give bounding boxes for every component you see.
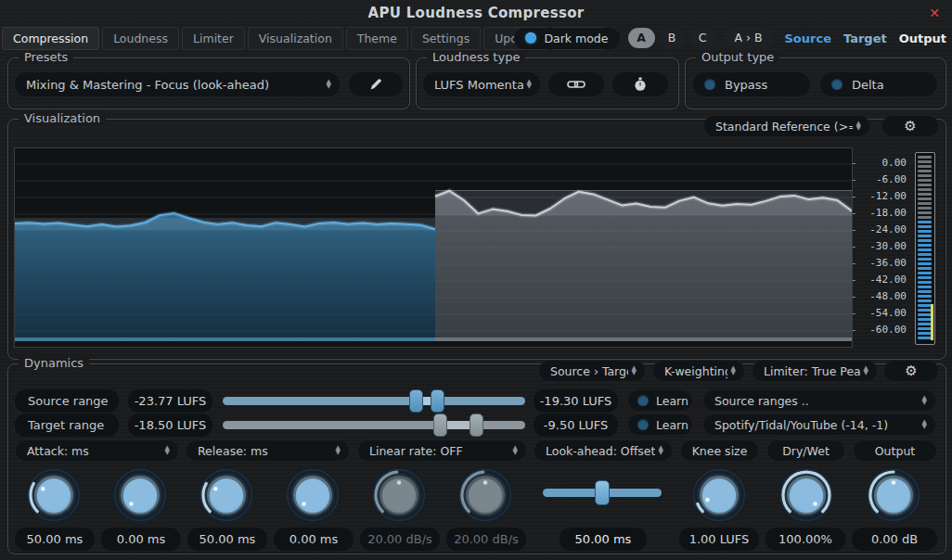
preset-select[interactable]: Mixing & Mastering - Focus (look-ahead) … (14, 71, 341, 97)
knob-value-0[interactable]: 50.00 ms (15, 528, 95, 551)
monitor-target[interactable]: Target (843, 32, 887, 45)
stepper-icon[interactable]: ▲▼ (509, 446, 526, 455)
learn-radio-icon[interactable] (637, 419, 649, 430)
loudness-graph-svg (15, 148, 852, 347)
source-learn-button[interactable]: Learn (627, 389, 693, 412)
knob-5[interactable] (457, 466, 514, 524)
stepper-down-icon[interactable]: ▼ (527, 84, 532, 89)
loudness-type-select[interactable]: LUFS Momentary ▲▼ (422, 71, 541, 97)
stepper-down-icon[interactable]: ▼ (731, 371, 736, 375)
plugin-window: APU Loudness Compressor ✕ CompressionLou… (0, 0, 952, 560)
knob-value-8[interactable]: 0.00 dB (852, 528, 937, 551)
stepper-icon[interactable]: ▲▼ (523, 80, 540, 89)
param-attack-ms[interactable]: Attack: ms▲▼ (15, 439, 179, 462)
knob-0[interactable] (25, 466, 83, 524)
source-ranges-select[interactable]: Source ranges .. ▲▼ (702, 389, 936, 412)
stepper-down-icon[interactable]: ▼ (922, 401, 927, 405)
delta-toggle[interactable]: Delta (819, 71, 938, 97)
param-dry-wet[interactable]: Dry/Wet (766, 439, 845, 462)
stepper-icon[interactable]: ▲▼ (655, 446, 672, 455)
knob-3[interactable] (284, 466, 341, 524)
tab-limiter[interactable]: Limiter (182, 27, 245, 50)
stepper-icon[interactable]: ▲▼ (919, 396, 935, 405)
stepper-icon[interactable]: ▲▼ (323, 80, 340, 89)
weighting-select[interactable]: K-weighting ▲▼ (652, 360, 745, 382)
stepper-down-icon[interactable]: ▼ (632, 371, 637, 375)
target-range-value[interactable]: -18.50 LUFS (128, 414, 212, 437)
knob-value-2[interactable]: 50.00 ms (187, 528, 267, 551)
tab-loudness[interactable]: Loudness (102, 27, 179, 50)
stepper-down-icon[interactable]: ▼ (327, 84, 331, 89)
knob-4[interactable] (370, 466, 428, 524)
tab-visualization[interactable]: Visualization (248, 27, 343, 50)
param-linear-rate-off[interactable]: Linear rate: OFF▲▼ (357, 439, 527, 462)
edit-preset-button[interactable] (348, 71, 404, 97)
slider-handle-2[interactable] (470, 414, 483, 437)
stepper-icon[interactable]: ▲▼ (332, 446, 349, 455)
lookahead-value[interactable]: 50.00 ms (560, 528, 647, 551)
knob-7[interactable] (778, 466, 835, 524)
knob-6[interactable] (690, 466, 748, 524)
dynamics-settings-button[interactable]: ⚙ (883, 360, 939, 382)
bypass-toggle[interactable]: Bypass (692, 71, 811, 97)
stepper-down-icon[interactable]: ▼ (864, 371, 868, 375)
source-range-slider[interactable] (223, 397, 525, 405)
knob-value-5[interactable]: 20.00 dB/s (446, 528, 526, 551)
knob-value-3[interactable]: 0.00 ms (274, 528, 354, 551)
tab-compression[interactable]: Compression (2, 27, 99, 50)
copy-a-to-b-button[interactable]: A › B (725, 28, 773, 48)
knob-8[interactable] (865, 466, 922, 524)
knob-2[interactable] (198, 466, 255, 524)
lookahead-handle[interactable] (595, 480, 610, 505)
stepper-icon[interactable]: ▲▼ (161, 446, 178, 455)
stepper-icon[interactable]: ▲▼ (919, 420, 935, 429)
tab-settings[interactable]: Settings (411, 27, 481, 50)
stepper-icon[interactable]: ▲▼ (853, 121, 869, 131)
stepper-icon[interactable]: ▲▼ (860, 366, 877, 375)
param-output[interactable]: Output (853, 439, 937, 462)
dark-mode-toggle[interactable]: Dark mode (514, 28, 619, 49)
slider-handle-1[interactable] (433, 414, 447, 437)
compress-mode-select[interactable]: Source › Target ▲▼ (538, 360, 646, 382)
knob-value-7[interactable]: 100.00% (765, 528, 845, 551)
knob-value-1[interactable]: 0.00 ms (101, 528, 181, 551)
monitor-output[interactable]: Output (899, 32, 946, 45)
dark-mode-radio-icon[interactable] (525, 32, 536, 44)
knob-1[interactable] (111, 466, 169, 524)
visualization-settings-button[interactable]: ⚙ (881, 115, 939, 137)
limiter-select[interactable]: Limiter: True Peak ▲▼ (752, 360, 878, 382)
reference-select[interactable]: Standard Reference (>= -60) ▲▼ (703, 115, 870, 137)
snapshot-c-button[interactable]: C (689, 28, 716, 48)
target-range-slider[interactable] (223, 421, 525, 429)
streaming-preset-select[interactable]: Spotify/Tidal/YouTube (-14, -1) ▲▼ (702, 414, 936, 436)
stepper-down-icon[interactable]: ▼ (922, 425, 927, 429)
knob-value-6[interactable]: 1.00 LUFS (679, 528, 759, 551)
bypass-radio-icon[interactable] (704, 79, 715, 90)
stepper-down-icon[interactable]: ▼ (856, 126, 861, 131)
timer-button[interactable] (611, 71, 669, 97)
slider-handle-1[interactable] (409, 389, 423, 413)
close-icon[interactable]: ✕ (926, 5, 943, 21)
param-look-ahead-offset[interactable]: Look-ahead: Offset▲▼ (534, 439, 673, 462)
target-learn-button[interactable]: Learn (627, 414, 693, 436)
learn-radio-icon[interactable] (637, 395, 649, 406)
param-release-ms[interactable]: Release: ms▲▼ (186, 439, 350, 462)
source-range-value[interactable]: -23.77 LUFS (128, 389, 212, 413)
link-button[interactable] (547, 71, 605, 97)
level-meter (915, 152, 935, 345)
source-current-value[interactable]: -19.30 LUFS (534, 389, 618, 413)
delta-radio-icon[interactable] (831, 79, 843, 90)
snapshot-b-button[interactable]: B (659, 28, 686, 48)
slider-handle-2[interactable] (431, 389, 444, 413)
stepper-icon[interactable]: ▲▼ (628, 366, 645, 375)
tab-theme[interactable]: Theme (346, 27, 408, 50)
knob-value-4[interactable]: 20.00 dB/s (360, 528, 440, 551)
stepper-icon[interactable]: ▲▼ (727, 366, 744, 375)
monitor-source[interactable]: Source (785, 32, 831, 45)
link-icon (567, 79, 585, 90)
snapshot-a-button[interactable]: A (628, 28, 655, 48)
param-knee-size[interactable]: Knee size (680, 439, 759, 462)
meter-peak-marker (931, 304, 933, 340)
lookahead-slider[interactable] (543, 489, 662, 497)
target-current-value[interactable]: -9.50 LUFS (534, 414, 618, 437)
